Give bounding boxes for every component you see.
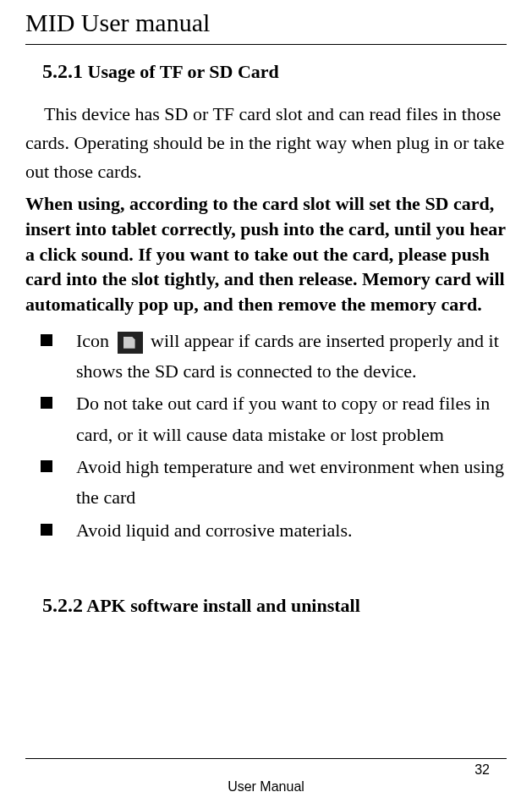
intro-paragraph: This device has SD or TF card slot and c…	[25, 100, 507, 186]
bullet-text-prefix: Icon	[76, 330, 114, 351]
square-bullet-icon	[41, 334, 52, 346]
bullet-text: Do not take out card if you want to copy…	[76, 393, 490, 444]
instruction-bold-block: When using, according to the card slot w…	[25, 191, 507, 316]
document-title: MID User manual	[25, 8, 507, 37]
section-title-2: APK software install and uninstall	[86, 595, 360, 616]
footer: 32 User Manual	[25, 758, 507, 795]
section-number-2: 5.2.2	[42, 594, 83, 616]
page-number: 32	[25, 762, 507, 778]
section-heading-1: 5.2.1 Usage of TF or SD Card	[42, 60, 507, 83]
list-item: Icon will appear if cards are inserted p…	[25, 326, 507, 388]
list-item: Avoid high temperature and wet environme…	[25, 452, 507, 514]
list-item: Avoid liquid and corrosive materials.	[25, 515, 507, 546]
header-divider	[25, 44, 507, 45]
footer-label: User Manual	[25, 779, 507, 795]
sd-card-icon	[118, 332, 143, 354]
section-heading-2: 5.2.2 APK software install and uninstall	[42, 594, 507, 617]
square-bullet-icon	[41, 524, 52, 536]
footer-divider	[25, 758, 507, 759]
section-title-1: Usage of TF or SD Card	[88, 61, 279, 82]
bullet-list: Icon will appear if cards are inserted p…	[25, 326, 507, 546]
section-number-1: 5.2.1	[42, 60, 83, 82]
bullet-text: Avoid high temperature and wet environme…	[76, 456, 504, 508]
bullet-text: Avoid liquid and corrosive materials.	[76, 520, 352, 541]
square-bullet-icon	[41, 460, 52, 472]
square-bullet-icon	[41, 397, 52, 409]
list-item: Do not take out card if you want to copy…	[25, 388, 507, 450]
